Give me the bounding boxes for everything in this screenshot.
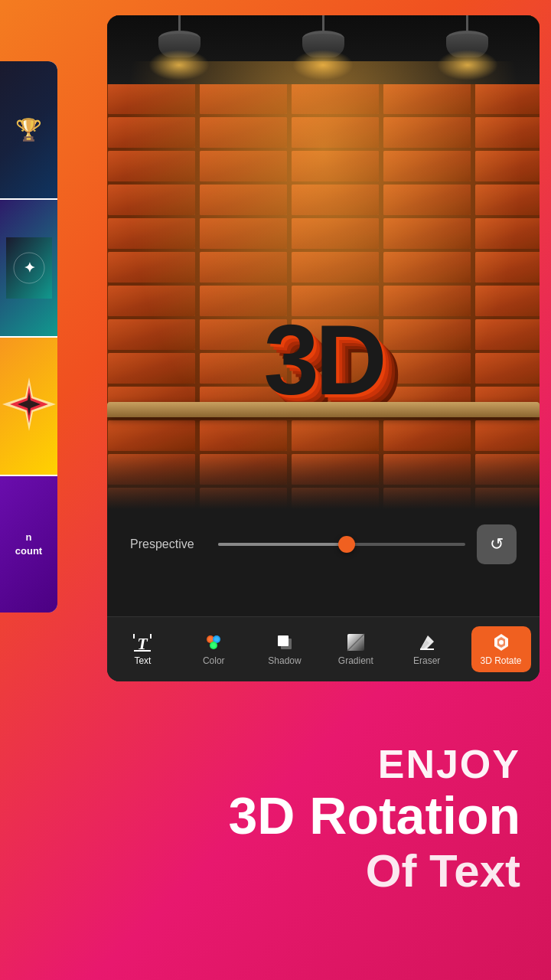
lamp-glow-3: [437, 50, 498, 80]
editor-panel: 3D Prespective ↺: [107, 15, 540, 681]
svg-rect-25: [278, 635, 289, 646]
svg-point-23: [211, 643, 216, 648]
abstract-graphic: ✦: [6, 237, 52, 299]
lamp-2: [302, 15, 344, 57]
toolbar-label-eraser: Eraser: [413, 655, 440, 666]
reset-button[interactable]: ↺: [477, 524, 517, 564]
brick-pattern-svg: [107, 15, 540, 509]
lamp-cord-2: [322, 15, 324, 31]
marketing-section: ENJOY 3D Rotation Of Text: [0, 689, 551, 980]
slider-fill: [218, 543, 347, 546]
svg-text:✦: ✦: [23, 260, 34, 276]
svg-text:T: T: [138, 634, 149, 652]
perspective-control: Prespective ↺: [130, 524, 517, 564]
text-icon: T: [132, 632, 152, 652]
toolbar-item-shadow[interactable]: Shadow: [258, 628, 311, 671]
toolbar: T Text Color: [107, 616, 540, 681]
lamp-1: [158, 15, 201, 57]
reset-icon: ↺: [490, 534, 504, 554]
left-panel: 🏆 ✦: [0, 61, 57, 612]
toolbar-label-color: Color: [203, 655, 225, 666]
svg-point-22: [214, 637, 219, 642]
lamp-cord-3: [466, 15, 468, 31]
toolbar-item-color[interactable]: Color: [187, 628, 240, 671]
left-panel-item-2[interactable]: ✦: [0, 200, 57, 337]
left-panel-item-1[interactable]: 🏆: [0, 61, 57, 198]
gradient-icon: [346, 632, 366, 652]
slider-thumb[interactable]: [338, 536, 355, 553]
rotation-text: 3D Rotation: [228, 787, 520, 844]
of-text-label: Of Text: [366, 844, 520, 897]
perspective-label: Prespective: [130, 537, 207, 551]
canvas-bottom-fade: [107, 448, 540, 509]
eraser-icon: [417, 632, 437, 652]
svg-marker-5: [18, 393, 41, 416]
shelf: [107, 402, 540, 417]
lamp-glow-1: [148, 50, 210, 80]
toolbar-item-3d-rotate[interactable]: 3D Rotate: [471, 626, 531, 672]
toolbar-label-3d-rotate: 3D Rotate: [481, 655, 522, 666]
main-3d-text: 3D: [263, 304, 383, 416]
left-panel-item-3[interactable]: [0, 338, 57, 475]
canvas-area[interactable]: 3D: [107, 15, 540, 509]
toolbar-label-shadow: Shadow: [268, 655, 301, 666]
svg-point-33: [499, 640, 504, 645]
perspective-slider[interactable]: [218, 543, 465, 546]
color-icon: [204, 632, 223, 652]
purple-card-text: ncount: [15, 531, 42, 558]
burst-graphic: [0, 374, 57, 435]
left-panel-item-4[interactable]: ncount: [0, 476, 57, 613]
lamp-glow-2: [292, 50, 354, 80]
toolbar-item-gradient[interactable]: Gradient: [329, 628, 383, 671]
lamp-3: [446, 15, 488, 57]
shadow-icon: [275, 632, 295, 652]
3d-rotate-icon: [491, 632, 511, 652]
ceiling: [107, 15, 540, 84]
toolbar-item-text[interactable]: T Text: [116, 628, 169, 671]
toolbar-label-gradient: Gradient: [338, 655, 373, 666]
3d-text-wrapper: 3D: [263, 310, 383, 410]
main-container: 🏆 ✦: [0, 0, 551, 980]
toolbar-label-text: Text: [134, 655, 151, 666]
svg-point-21: [208, 637, 213, 642]
enjoy-text: ENJOY: [378, 741, 520, 787]
brick-wall: [107, 15, 540, 509]
controls-area: Prespective ↺: [107, 509, 540, 616]
svg-rect-13: [107, 15, 540, 509]
trophy-icon: 🏆: [15, 117, 42, 142]
text-3d-container: 3D: [263, 310, 383, 410]
toolbar-item-eraser[interactable]: Eraser: [400, 628, 454, 671]
lamp-cord-1: [178, 15, 181, 31]
